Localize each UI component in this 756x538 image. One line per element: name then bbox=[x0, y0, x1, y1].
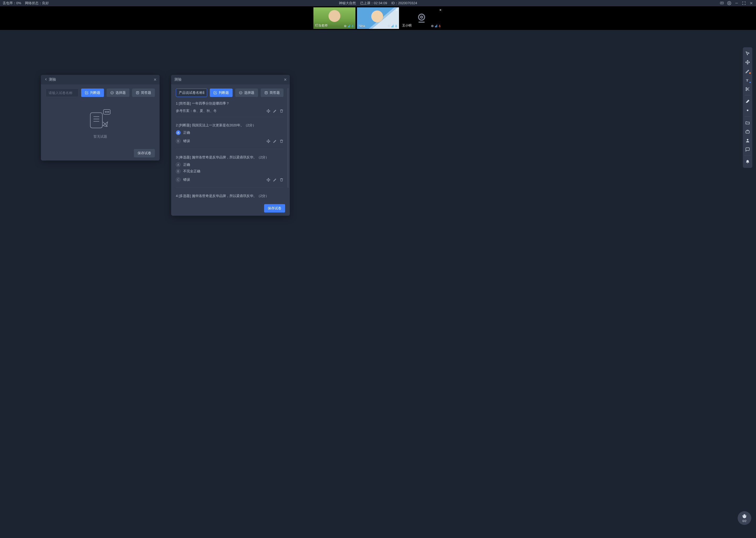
question-option[interactable]: A正确 bbox=[176, 130, 283, 135]
reference-answer: 参考答案：春、夏、秋、冬 bbox=[176, 108, 217, 113]
question-title: 4 [多选题] 施华洛世奇是反华品牌，所以梁鼎琪反华。（2分） bbox=[176, 193, 283, 198]
svg-rect-7 bbox=[352, 25, 353, 26]
svg-text:T: T bbox=[746, 78, 748, 82]
judge-button[interactable]: 判断题 bbox=[81, 88, 104, 97]
delete-icon[interactable] bbox=[280, 109, 283, 113]
question-item: 3 [单选题] 施华洛世奇是反华品牌，所以梁鼎琪反华。（2分）A正确B不完全正确… bbox=[176, 155, 283, 188]
svg-point-5 bbox=[344, 25, 346, 27]
maximize-icon[interactable] bbox=[742, 1, 746, 5]
option-text: 错误 bbox=[183, 139, 190, 143]
session-id: ID：2020070324 bbox=[391, 1, 417, 6]
topbar-left: 丢包率：0% 网络状态：良好 bbox=[3, 1, 49, 6]
signal-icon bbox=[435, 25, 437, 27]
option-letter: B bbox=[176, 139, 181, 143]
camera-icon bbox=[387, 24, 391, 28]
svg-point-13 bbox=[432, 25, 433, 27]
elapsed: 已上课：02:34:09 bbox=[360, 1, 387, 6]
network-status: 网络状态：良好 bbox=[25, 1, 49, 6]
move-icon[interactable] bbox=[266, 139, 270, 143]
close-icon[interactable]: × bbox=[154, 77, 157, 82]
question-title: 3 [单选题] 施华洛世奇是反华品牌，所以梁鼎琪反华。（2分） bbox=[176, 155, 283, 160]
question-option[interactable]: B错误 bbox=[176, 139, 190, 143]
settings-icon[interactable] bbox=[727, 1, 731, 5]
save-button[interactable]: 保存试卷 bbox=[134, 149, 155, 157]
toolbox-tool[interactable] bbox=[744, 128, 752, 135]
option-letter: C bbox=[176, 177, 181, 182]
short-answer-button[interactable]: 简答题 bbox=[261, 88, 283, 97]
question-item: 1 [简答题] 一年四季分别是哪四季？参考答案：春、夏、秋、冬 bbox=[176, 101, 283, 117]
close-icon[interactable]: × bbox=[284, 77, 287, 82]
right-toolbar: T bbox=[743, 47, 752, 168]
bell-tool[interactable] bbox=[744, 158, 752, 166]
svg-point-33 bbox=[746, 89, 747, 91]
edit-icon[interactable] bbox=[273, 178, 277, 182]
quiz-name-input[interactable] bbox=[46, 88, 78, 97]
option-text: 正确 bbox=[183, 162, 190, 167]
topbar-center: 神秘大自然 已上课：02:34:09 ID：2020070324 bbox=[339, 1, 417, 6]
quiz-panel-editor: 测验 × 判断题 选择题 简答题 1 [简答题] 一年四季分别是哪四季？参考答案… bbox=[171, 75, 290, 216]
quiz-name-input[interactable] bbox=[176, 88, 207, 97]
scissors-tool[interactable] bbox=[744, 85, 752, 93]
question-item: 2 [判断题] 我国宪法上一次更新是在2020年。（2分）A正确B错误 bbox=[176, 123, 283, 149]
svg-rect-35 bbox=[746, 131, 749, 133]
select-button[interactable]: 选择题 bbox=[235, 88, 258, 97]
svg-point-26 bbox=[109, 112, 109, 112]
close-video-icon[interactable]: × bbox=[396, 8, 398, 12]
laser-tool[interactable] bbox=[744, 106, 752, 114]
judge-button[interactable]: 判断题 bbox=[210, 88, 233, 97]
back-icon[interactable] bbox=[44, 78, 49, 82]
video-tile[interactable]: 叮当老师 bbox=[313, 7, 355, 29]
svg-point-36 bbox=[747, 139, 748, 140]
option-letter: A bbox=[176, 162, 181, 167]
delete-icon[interactable] bbox=[280, 139, 283, 143]
raised-hand-badge[interactable]: 0/2 bbox=[737, 511, 751, 525]
camera-icon bbox=[343, 24, 347, 28]
course-title: 神秘大自然 bbox=[339, 1, 356, 6]
question-title: 1 [简答题] 一年四季分别是哪四季？ bbox=[176, 101, 283, 106]
video-tile[interactable]: Nina× bbox=[357, 7, 399, 29]
scrollbar[interactable] bbox=[287, 88, 289, 188]
participant-name: 叮当老师 bbox=[315, 24, 328, 28]
question-option[interactable]: C错误 bbox=[176, 177, 190, 182]
pen-tool[interactable] bbox=[744, 67, 752, 75]
signal-icon bbox=[348, 25, 350, 27]
close-video-icon[interactable]: × bbox=[440, 8, 442, 12]
camera-off-icon bbox=[415, 12, 428, 24]
quiz-panel-empty: 测验 × 判断题 选择题 简答题 暂无试题 保存试卷 bbox=[41, 75, 160, 161]
svg-rect-15 bbox=[440, 25, 440, 26]
cursor-tool[interactable] bbox=[744, 49, 752, 57]
text-tool[interactable]: T bbox=[744, 76, 752, 84]
move-tool[interactable] bbox=[744, 58, 752, 66]
question-option[interactable]: A正确 bbox=[176, 162, 283, 167]
svg-point-11 bbox=[419, 14, 425, 20]
save-button[interactable]: 保存试卷 bbox=[264, 204, 285, 213]
svg-point-25 bbox=[107, 112, 108, 112]
mic-icon bbox=[394, 24, 398, 28]
edit-icon[interactable] bbox=[273, 109, 277, 113]
option-text: 错误 bbox=[183, 177, 190, 182]
chat-tool[interactable] bbox=[744, 145, 752, 153]
participant-name: 王小明 bbox=[402, 24, 412, 28]
video-strip: 叮当老师Nina×王小明× bbox=[0, 6, 756, 30]
select-button[interactable]: 选择题 bbox=[107, 88, 129, 97]
folder-tool[interactable] bbox=[744, 119, 752, 127]
screen-share-icon[interactable] bbox=[720, 1, 724, 5]
empty-state: 暂无试题 bbox=[46, 101, 155, 141]
hand-icon bbox=[742, 513, 747, 519]
panel-title: 测验 bbox=[49, 77, 154, 82]
delete-icon[interactable] bbox=[280, 178, 283, 182]
user-tool[interactable] bbox=[744, 136, 752, 144]
eraser-tool[interactable] bbox=[744, 97, 752, 105]
move-icon[interactable] bbox=[266, 178, 270, 182]
short-answer-button[interactable]: 简答题 bbox=[132, 88, 155, 97]
question-option[interactable]: B不完全正确 bbox=[176, 169, 283, 174]
video-tile[interactable]: 王小明× bbox=[401, 7, 443, 29]
option-text: 正确 bbox=[183, 130, 190, 135]
close-window-icon[interactable] bbox=[749, 1, 753, 5]
move-icon[interactable] bbox=[266, 109, 270, 113]
svg-point-12 bbox=[420, 16, 423, 18]
camera-icon bbox=[431, 24, 434, 28]
video-status-icons bbox=[431, 24, 442, 28]
minimize-icon[interactable] bbox=[734, 1, 739, 5]
edit-icon[interactable] bbox=[273, 139, 277, 143]
